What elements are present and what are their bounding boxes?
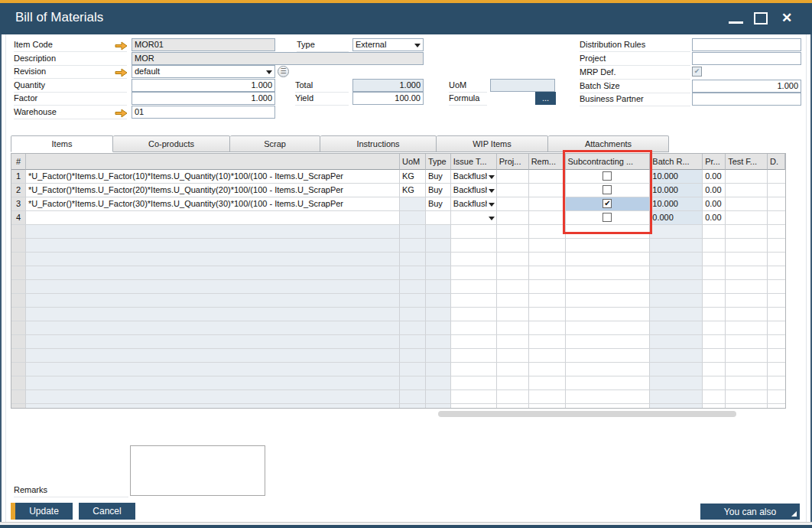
cell-test[interactable]	[726, 211, 768, 225]
tab-instructions[interactable]: Instructions	[320, 135, 437, 152]
subcontracting-checkbox[interactable]	[603, 185, 612, 194]
cell-type[interactable]: Buy	[426, 170, 451, 184]
cancel-button[interactable]: Cancel	[79, 503, 135, 520]
cell-batch[interactable]: 10.000	[650, 184, 703, 197]
cell-uom[interactable]: KG	[400, 170, 426, 184]
cell-remarks[interactable]	[529, 170, 566, 184]
subcontracting-checkbox[interactable]	[603, 213, 612, 222]
cell-formula[interactable]: *U_Factor()*Items.U_Factor(20)*Items.U_Q…	[26, 184, 400, 197]
cell-num-empty	[11, 404, 26, 409]
cell-price-empty	[703, 335, 726, 349]
cell-d[interactable]	[768, 211, 785, 225]
revision-dropdown[interactable]: default	[132, 65, 275, 78]
link-arrow-icon[interactable]	[115, 40, 128, 49]
cell-proj-empty	[497, 280, 529, 294]
cell-test-empty	[726, 390, 768, 404]
cell-price[interactable]: 0.00	[703, 170, 726, 184]
cell-remarks[interactable]	[529, 197, 566, 211]
cell-uom-empty	[400, 253, 426, 266]
cell-price[interactable]: 0.00	[703, 184, 726, 197]
cell-d[interactable]	[768, 197, 785, 211]
cell-batch[interactable]: 10.000	[650, 197, 703, 211]
cell-price[interactable]: 0.00	[703, 211, 726, 225]
description-field[interactable]: MOR	[132, 52, 424, 65]
mrp-def-checkbox[interactable]	[692, 67, 702, 77]
cell-type[interactable]: Buy	[426, 184, 451, 197]
cell-row-number: 2	[11, 184, 26, 197]
remarks-textarea[interactable]	[130, 445, 265, 496]
link-arrow-icon[interactable]	[115, 107, 128, 116]
cell-remarks[interactable]	[529, 184, 566, 197]
cell-issue-type-dropdown[interactable]	[451, 211, 497, 225]
cell-test[interactable]	[726, 170, 768, 184]
cell-subcontracting-selected[interactable]	[566, 197, 651, 211]
cell-batch[interactable]: 10.000	[650, 170, 703, 184]
cell-issue-type-dropdown[interactable]: Backflush	[451, 184, 497, 197]
cell-price[interactable]: 0.00	[703, 197, 726, 211]
horizontal-scrollbar-thumb[interactable]	[438, 411, 736, 417]
cell-subcontracting[interactable]	[566, 170, 651, 184]
cell-subcontracting[interactable]	[566, 184, 651, 197]
tab-items[interactable]: Items	[11, 135, 113, 152]
cell-formula[interactable]: *U_Factor()*Items.U_Factor(10)*Items.U_Q…	[26, 170, 400, 184]
cell-test[interactable]	[726, 184, 768, 197]
cell-num-empty	[11, 376, 26, 390]
cell-formula[interactable]	[26, 211, 400, 225]
cell-project[interactable]	[497, 170, 529, 184]
formula-ellipsis-button[interactable]: ...	[535, 92, 556, 105]
cell-issue-type-dropdown[interactable]: Backflush	[451, 170, 497, 184]
cell-uom[interactable]: KG	[400, 184, 426, 197]
tab-co-products[interactable]: Co-products	[113, 135, 230, 152]
cell-issue-type-dropdown[interactable]: Backflush	[451, 197, 497, 211]
distribution-rules-field[interactable]	[692, 38, 801, 51]
revision-value: default	[135, 67, 160, 76]
close-icon[interactable]: ✕	[778, 9, 795, 28]
you-can-also-button[interactable]: You can also	[700, 504, 800, 520]
col-header-remarks: Rem...	[529, 154, 566, 170]
chevron-down-icon	[489, 217, 495, 220]
update-button[interactable]: Update	[15, 503, 73, 520]
cell-d[interactable]	[768, 170, 785, 184]
list-menu-icon[interactable]: ☰	[278, 66, 289, 77]
link-arrow-icon[interactable]	[115, 67, 128, 76]
cell-project[interactable]	[497, 211, 529, 225]
cell-uom[interactable]	[400, 211, 426, 225]
cell-test-empty	[726, 363, 768, 376]
cell-project[interactable]	[497, 197, 529, 211]
tab-scrap[interactable]: Scrap	[230, 135, 320, 152]
cell-type[interactable]	[426, 211, 451, 225]
business-partner-field[interactable]	[692, 93, 801, 106]
type-dropdown[interactable]: External	[352, 38, 424, 51]
tab-attachments[interactable]: Attachments	[548, 135, 669, 152]
cell-d-empty	[768, 294, 785, 308]
cell-price-empty	[703, 239, 726, 253]
project-field[interactable]	[692, 52, 801, 65]
cell-project[interactable]	[497, 184, 529, 197]
cell-uom[interactable]	[400, 197, 426, 211]
factor-field[interactable]: 1.000	[132, 92, 275, 105]
cell-price-empty	[703, 363, 726, 376]
tab-wip-items[interactable]: WIP Items	[437, 135, 548, 152]
warehouse-field[interactable]: 01	[132, 106, 275, 119]
cell-issue-empty	[451, 225, 497, 239]
subcontracting-checkbox[interactable]	[603, 199, 612, 208]
maximize-icon[interactable]	[754, 12, 768, 24]
col-header-num: #	[11, 154, 26, 170]
cell-batch[interactable]: 0.000	[650, 211, 703, 225]
cell-test-empty	[726, 239, 768, 253]
minimize-icon[interactable]	[729, 21, 743, 24]
batch-size-field[interactable]: 1.000	[692, 80, 801, 93]
yield-field[interactable]: 100.00	[352, 92, 424, 105]
item-code-field[interactable]: MOR01	[132, 38, 275, 51]
table-row-selected: 3 *U_Factor()*Items.U_Factor(30)*Items.U…	[11, 197, 785, 211]
cell-formula[interactable]: *U_Factor()*Items.U_Factor(30)*Items.U_Q…	[26, 197, 400, 211]
total-label: Total	[295, 80, 349, 93]
quantity-field[interactable]: 1.000	[132, 79, 275, 92]
cell-test[interactable]	[726, 197, 768, 211]
table-row: 1 *U_Factor()*Items.U_Factor(10)*Items.U…	[11, 170, 785, 184]
subcontracting-checkbox[interactable]	[603, 171, 612, 181]
cell-subcontracting[interactable]	[566, 211, 651, 225]
cell-remarks[interactable]	[529, 211, 566, 225]
cell-type[interactable]: Buy	[426, 197, 451, 211]
cell-d[interactable]	[768, 184, 785, 197]
